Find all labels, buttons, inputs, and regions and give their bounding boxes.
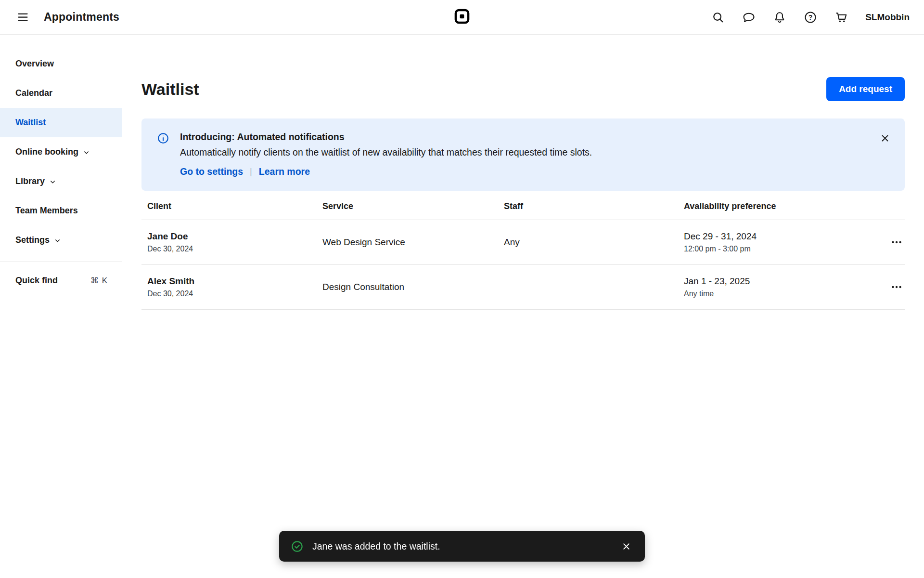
staff-cell: Any bbox=[504, 237, 684, 248]
sidebar-divider bbox=[0, 262, 122, 262]
table-row[interactable]: Jane Doe Dec 30, 2024 Web Design Service… bbox=[141, 220, 905, 265]
page-title: Waitlist bbox=[141, 80, 199, 99]
toast-close-icon[interactable] bbox=[619, 539, 633, 553]
table-header-row: Client Service Staff Availability prefer… bbox=[141, 193, 905, 220]
quick-find-label: Quick find bbox=[15, 276, 58, 286]
service-cell: Design Consultation bbox=[322, 282, 504, 292]
client-date: Dec 30, 2024 bbox=[147, 245, 322, 253]
row-actions-ellipsis-icon[interactable] bbox=[888, 234, 905, 250]
cart-icon[interactable] bbox=[833, 9, 850, 26]
sidebar-item-calendar[interactable]: Calendar bbox=[0, 79, 122, 108]
availability-time: Any time bbox=[684, 289, 878, 298]
sidebar-item-label: Calendar bbox=[15, 88, 52, 98]
toast: Jane was added to the waitlist. bbox=[279, 531, 645, 562]
sidebar-item-library[interactable]: Library bbox=[0, 167, 122, 196]
info-icon bbox=[157, 132, 169, 177]
service-cell: Web Design Service bbox=[322, 237, 504, 248]
sidebar-item-label: Team Members bbox=[15, 206, 78, 216]
menu-icon[interactable] bbox=[14, 9, 31, 26]
sidebar-item-label: Settings bbox=[15, 235, 50, 245]
sidebar-item-label: Library bbox=[15, 176, 45, 186]
main-content: Waitlist Add request Introducing: Automa… bbox=[122, 35, 924, 578]
sidebar-item-team-members[interactable]: Team Members bbox=[0, 196, 122, 225]
check-circle-icon bbox=[291, 540, 304, 553]
square-logo-icon[interactable] bbox=[453, 8, 471, 27]
learn-more-link[interactable]: Learn more bbox=[259, 166, 310, 177]
waitlist-table: Client Service Staff Availability prefer… bbox=[141, 193, 905, 310]
sidebar-item-waitlist[interactable]: Waitlist bbox=[0, 108, 122, 137]
column-header-availability: Availability preference bbox=[684, 201, 878, 211]
go-to-settings-link[interactable]: Go to settings bbox=[180, 166, 243, 177]
sidebar-item-label: Online booking bbox=[15, 147, 78, 157]
chevron-down-icon bbox=[54, 237, 61, 244]
svg-text:?: ? bbox=[808, 13, 813, 21]
sidebar-item-label: Overview bbox=[15, 59, 54, 69]
sidebar: Overview Calendar Waitlist Online bookin… bbox=[0, 35, 122, 578]
client-date: Dec 30, 2024 bbox=[147, 289, 322, 298]
add-request-button[interactable]: Add request bbox=[826, 77, 905, 101]
quick-find[interactable]: Quick find ⌘ K bbox=[0, 267, 122, 294]
table-row[interactable]: Alex Smith Dec 30, 2024 Design Consultat… bbox=[141, 265, 905, 310]
client-name: Jane Doe bbox=[147, 231, 322, 242]
info-banner: Introducing: Automated notifications Aut… bbox=[141, 118, 905, 191]
app-title: Appointments bbox=[44, 11, 119, 24]
chevron-down-icon bbox=[49, 178, 56, 185]
row-actions-ellipsis-icon[interactable] bbox=[888, 279, 905, 295]
quick-find-shortcut: ⌘ K bbox=[90, 276, 108, 286]
banner-close-icon[interactable] bbox=[878, 131, 892, 145]
sidebar-item-online-booking[interactable]: Online booking bbox=[0, 137, 122, 167]
account-name[interactable]: SLMobbin bbox=[865, 12, 910, 23]
availability-time: 12:00 pm - 3:00 pm bbox=[684, 245, 878, 253]
column-header-staff: Staff bbox=[504, 201, 684, 211]
search-icon[interactable] bbox=[709, 9, 727, 26]
sidebar-item-settings[interactable]: Settings bbox=[0, 225, 122, 255]
help-icon[interactable]: ? bbox=[802, 9, 819, 26]
column-header-service: Service bbox=[322, 201, 504, 211]
banner-body: Automatically notify clients on the wait… bbox=[180, 147, 592, 158]
topbar: Appointments ? SLMobbin bbox=[0, 0, 924, 35]
sidebar-item-overview[interactable]: Overview bbox=[0, 49, 122, 79]
column-header-client: Client bbox=[141, 201, 322, 211]
availability-dates: Jan 1 - 23, 2025 bbox=[684, 276, 878, 287]
sidebar-item-label: Waitlist bbox=[15, 118, 46, 128]
messages-icon[interactable] bbox=[740, 9, 757, 26]
availability-dates: Dec 29 - 31, 2024 bbox=[684, 231, 878, 242]
link-separator: | bbox=[250, 167, 252, 177]
toast-message: Jane was added to the waitlist. bbox=[312, 541, 440, 552]
client-name: Alex Smith bbox=[147, 276, 322, 287]
notifications-icon[interactable] bbox=[771, 9, 788, 26]
banner-title: Introducing: Automated notifications bbox=[180, 131, 592, 143]
chevron-down-icon bbox=[83, 149, 90, 156]
